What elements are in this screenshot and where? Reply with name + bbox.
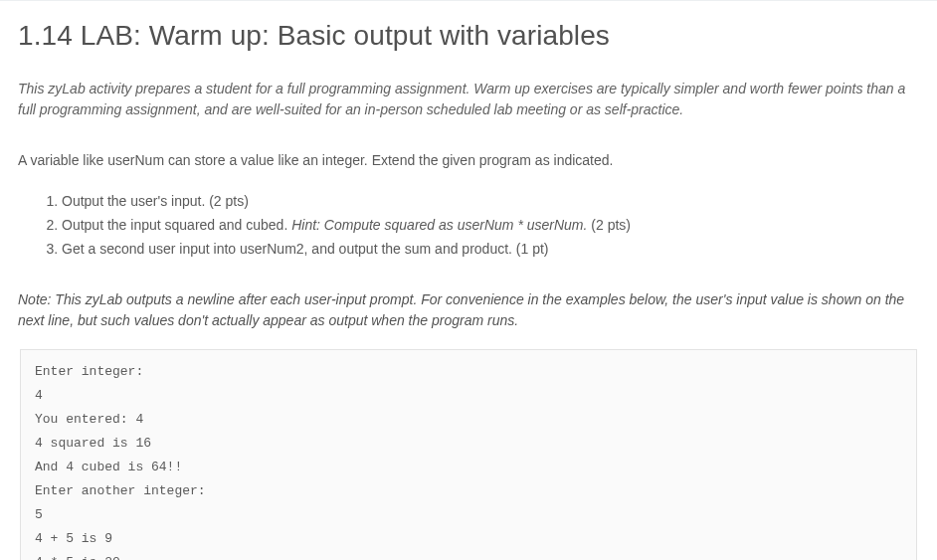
step-text: Output the user's input. (2 pts) bbox=[62, 193, 249, 209]
note-body: This zyLab outputs a newline after each … bbox=[18, 291, 904, 328]
page-title: 1.14 LAB: Warm up: Basic output with var… bbox=[18, 15, 919, 57]
note-label: Note: bbox=[18, 291, 51, 307]
step-text-pre: Output the input squared and cubed. bbox=[62, 217, 291, 233]
step-text: Get a second user input into userNum2, a… bbox=[62, 241, 549, 257]
lead-paragraph: A variable like userNum can store a valu… bbox=[18, 150, 919, 171]
step-text-post: (2 pts) bbox=[587, 217, 631, 233]
sample-output-block: Enter integer: 4 You entered: 4 4 square… bbox=[20, 349, 917, 560]
step-item-3: Get a second user input into userNum2, a… bbox=[62, 239, 919, 260]
intro-paragraph: This zyLab activity prepares a student f… bbox=[18, 79, 919, 120]
step-item-2: Output the input squared and cubed. Hint… bbox=[62, 215, 919, 236]
step-item-1: Output the user's input. (2 pts) bbox=[62, 191, 919, 212]
step-hint: Hint: Compute squared as userNum * userN… bbox=[291, 217, 587, 233]
note-paragraph: Note: This zyLab outputs a newline after… bbox=[18, 289, 919, 331]
lab-activity-page: 1.14 LAB: Warm up: Basic output with var… bbox=[0, 0, 937, 560]
steps-list: Output the user's input. (2 pts) Output … bbox=[18, 191, 919, 260]
